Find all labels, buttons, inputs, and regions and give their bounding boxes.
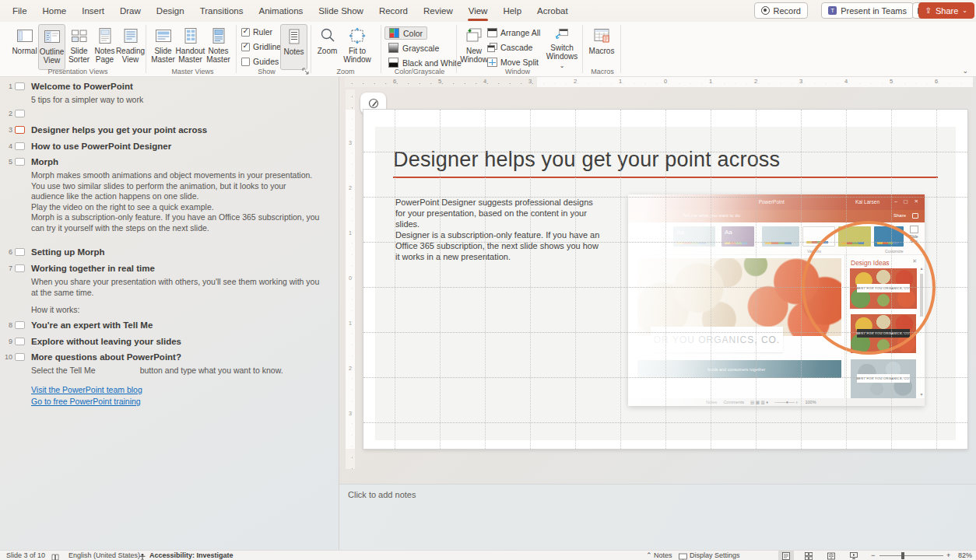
guides-checkbox[interactable]: Guides xyxy=(241,57,279,66)
handout-master-button[interactable]: Handout Master xyxy=(177,24,204,70)
fit-to-window-button[interactable]: Fit to Window xyxy=(340,24,374,70)
new-window-button[interactable]: New Window xyxy=(459,24,489,70)
reading-view-button[interactable]: Reading View xyxy=(117,24,144,70)
accessibility-status[interactable]: Accessibility: Investigate xyxy=(149,551,233,560)
outline-body-text[interactable]: Select the Tell Mebutton and type what y… xyxy=(31,366,321,376)
display-settings[interactable]: Display Settings xyxy=(690,551,740,560)
slide-editor[interactable]: Designer helps you get your point across… xyxy=(363,110,967,449)
notes-toggle[interactable]: ⌃ Notes xyxy=(646,551,672,560)
outline-slide-icon xyxy=(15,248,25,256)
new-window-icon xyxy=(465,26,483,45)
menu-review[interactable]: Review xyxy=(416,0,461,22)
outline-item-9[interactable]: 9Explore without leaving your slides xyxy=(0,335,335,348)
outline-item-8[interactable]: 8You're an expert with Tell Me xyxy=(0,319,335,331)
normal-view-button[interactable]: Normal xyxy=(11,24,38,70)
menu-home[interactable]: Home xyxy=(35,0,75,22)
record-button[interactable]: Record xyxy=(754,2,808,19)
share-button[interactable]: ⇪ Share ⌄ xyxy=(918,2,974,19)
outline-body-text[interactable]: How it works: xyxy=(31,305,321,316)
outline-body-text[interactable]: Morph is a subscription-only feature. If… xyxy=(31,212,321,233)
horizontal-ruler[interactable]: 6543210123456 xyxy=(345,77,973,87)
reading-view-toggle[interactable] xyxy=(823,551,839,560)
arrange-all-button[interactable]: Arrange All xyxy=(487,28,540,37)
outline-slide-title[interactable]: How to use PowerPoint Designer xyxy=(31,142,171,151)
outline-slide-title[interactable]: Explore without leaving your slides xyxy=(31,337,181,346)
ruler-checkbox[interactable]: Ruler xyxy=(241,27,272,37)
slide-body-paragraph[interactable]: PowerPoint Designer suggests professiona… xyxy=(395,197,602,229)
teams-icon: T xyxy=(828,6,837,15)
slide-image-powerpoint-screenshot[interactable]: PowerPoint Kai Larsen – ▢ ✕ Tell me what… xyxy=(628,194,925,406)
menu-draw[interactable]: Draw xyxy=(112,0,149,22)
slide-show-toggle[interactable] xyxy=(846,551,862,560)
outline-item-2[interactable]: 2 xyxy=(0,107,335,120)
outline-body-text[interactable]: Morph makes smooth animations and object… xyxy=(31,170,321,202)
zoom-out-button[interactable]: − xyxy=(871,551,875,560)
present-in-teams-button[interactable]: T Present in Teams xyxy=(821,2,914,19)
menu-record[interactable]: Record xyxy=(371,0,416,22)
spell-check-icon[interactable] xyxy=(51,552,59,560)
outline-item-6[interactable]: 6Setting up Morph xyxy=(0,246,335,258)
group-label-macros: Macros xyxy=(586,68,619,75)
outline-body-text[interactable]: 5 tips for a simpler way to work xyxy=(31,95,321,106)
slide-sorter-toggle[interactable] xyxy=(801,551,816,560)
powerpoint-blog-link[interactable]: Visit the PowerPoint team blog xyxy=(31,384,142,396)
notes-page-button[interactable]: Notes Page xyxy=(91,24,118,70)
vertical-ruler[interactable]: 3210123 xyxy=(346,89,355,469)
group-label-show: Show xyxy=(241,68,292,75)
gridlines-checkbox[interactable]: Gridlines xyxy=(241,42,285,51)
switch-windows-button[interactable]: Switch Windows ⌄ xyxy=(545,24,579,70)
outline-slide-title[interactable]: Setting up Morph xyxy=(31,247,105,257)
menu-slide-show[interactable]: Slide Show xyxy=(311,0,371,22)
slide-title[interactable]: Designer helps you get your point across xyxy=(393,148,780,172)
cascade-button[interactable]: Cascade xyxy=(487,43,532,52)
outline-item-3-current[interactable]: 3Designer helps you get your point acros… xyxy=(0,124,335,136)
color-mode-button[interactable]: Color xyxy=(384,26,427,40)
zoom-slider-handle[interactable] xyxy=(901,552,904,559)
outline-item-10[interactable]: 10More questions about PowerPoint? Selec… xyxy=(0,351,335,376)
normal-view-toggle[interactable] xyxy=(778,551,794,560)
menu-transitions[interactable]: Transitions xyxy=(192,0,251,22)
outline-body-text[interactable]: Play the video on the right to see a qui… xyxy=(31,202,321,213)
outline-item-5[interactable]: 5Morph Morph makes smooth animations and… xyxy=(0,156,335,233)
group-label-zoom: Zoom xyxy=(314,68,377,75)
outline-item-1[interactable]: 1Welcome to PowerPoint 5 tips for a simp… xyxy=(0,80,335,106)
zoom-button[interactable]: Zoom xyxy=(314,24,341,70)
macros-button[interactable]: Macros xyxy=(586,24,617,70)
menu-view[interactable]: View xyxy=(461,0,496,22)
menu-design[interactable]: Design xyxy=(149,0,192,22)
zoom-level[interactable]: 82% xyxy=(958,551,972,560)
move-split-button[interactable]: Move Split xyxy=(487,58,539,67)
fit-slide-to-window-button[interactable] xyxy=(971,551,976,560)
powerpoint-training-link[interactable]: Go to free PowerPoint training xyxy=(31,396,142,408)
outline-slide-title[interactable]: You're an expert with Tell Me xyxy=(31,320,153,330)
language-indicator[interactable]: English (United States) xyxy=(68,551,140,560)
slide-sorter-button[interactable]: Slide Sorter xyxy=(65,24,93,70)
outline-view-button[interactable]: Outline View xyxy=(38,24,65,70)
notes-toggle-button[interactable]: Notes xyxy=(280,24,307,70)
zoom-slider-track[interactable] xyxy=(879,555,943,556)
slide-master-button[interactable]: Slide Master xyxy=(149,24,177,70)
grayscale-button[interactable]: Grayscale xyxy=(384,41,443,54)
outline-slide-title[interactable]: Morph xyxy=(31,157,58,166)
outline-item-4[interactable]: 4How to use PowerPoint Designer xyxy=(0,140,335,152)
outline-slide-title[interactable]: Welcome to PowerPoint xyxy=(31,82,133,91)
outline-slide-title[interactable]: More questions about PowerPoint? xyxy=(31,352,181,362)
outline-panel[interactable]: 1Welcome to PowerPoint 5 tips for a simp… xyxy=(0,77,339,550)
outline-slide-title[interactable]: Designer helps you get your point across xyxy=(31,125,207,135)
collapse-ribbon-icon[interactable]: ⌄ xyxy=(962,67,968,75)
notes-placeholder[interactable]: Click to add notes xyxy=(348,490,416,499)
theme-thumbnail: Aa xyxy=(673,226,715,247)
outline-item-7[interactable]: 7Working together in real time When you … xyxy=(0,262,335,316)
outline-body-text[interactable]: When you share your presentation with ot… xyxy=(31,277,321,298)
menu-insert[interactable]: Insert xyxy=(74,0,112,22)
notes-pane[interactable]: Click to add notes xyxy=(339,484,976,550)
menu-file[interactable]: File xyxy=(5,0,35,22)
menu-help[interactable]: Help xyxy=(495,0,529,22)
menu-acrobat[interactable]: Acrobat xyxy=(529,0,576,22)
show-dialog-launcher-icon[interactable] xyxy=(302,68,309,75)
menu-animations[interactable]: Animations xyxy=(251,0,311,22)
slide-body-paragraph[interactable]: Designer is a subscription-only feature.… xyxy=(395,229,602,262)
notes-master-button[interactable]: Notes Master xyxy=(205,24,232,70)
outline-slide-title[interactable]: Working together in real time xyxy=(31,264,155,273)
zoom-in-button[interactable]: + xyxy=(946,551,950,560)
